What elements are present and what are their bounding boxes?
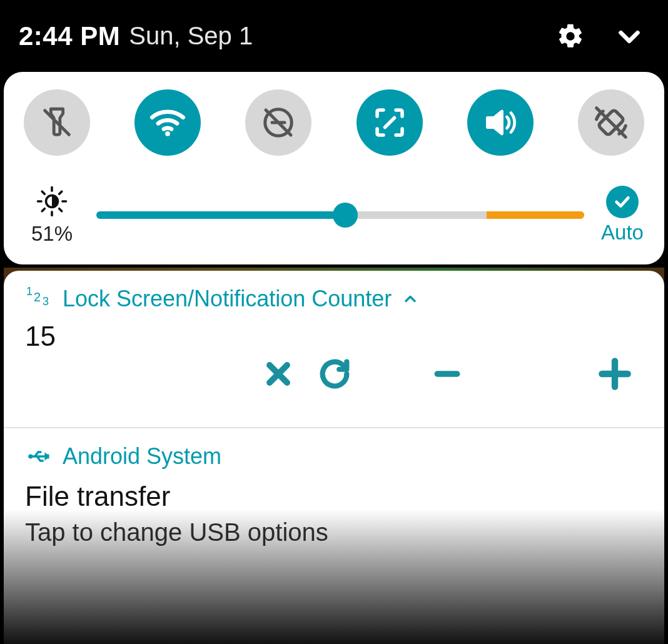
chevron-down-icon bbox=[615, 22, 644, 51]
checkmark-icon bbox=[606, 186, 639, 218]
brightness-icon bbox=[35, 184, 69, 218]
autorotate-off-icon bbox=[592, 103, 630, 142]
counter-plus-button[interactable] bbox=[587, 346, 643, 402]
quick-settings-row bbox=[24, 89, 644, 156]
notification-subtitle: Tap to change USB options bbox=[25, 518, 643, 546]
svg-point-1 bbox=[165, 131, 170, 136]
brightness-indicator: 51% bbox=[24, 184, 80, 246]
status-bar: 2:44 PM Sun, Sep 1 bbox=[0, 0, 668, 72]
qs-tile-wifi[interactable] bbox=[134, 89, 201, 156]
svg-line-0 bbox=[45, 111, 69, 135]
brightness-row: 51% Auto bbox=[24, 184, 644, 246]
status-time: 2:44 PM bbox=[19, 21, 120, 51]
notification-android-system[interactable]: Android System File transfer Tap to chan… bbox=[4, 428, 664, 644]
counter-app-icon: 1 2 3 bbox=[25, 286, 53, 311]
svg-line-15 bbox=[59, 191, 62, 194]
notification-counter-card[interactable]: 1 2 3 Lock Screen/Notification Counter 1… bbox=[4, 271, 664, 427]
minus-icon bbox=[430, 357, 464, 391]
auto-brightness-toggle[interactable]: Auto bbox=[600, 186, 644, 244]
qs-tile-flashlight[interactable] bbox=[24, 89, 90, 156]
qs-tile-sound[interactable] bbox=[467, 89, 534, 156]
brightness-slider[interactable] bbox=[96, 211, 584, 219]
notification-app-name: Android System bbox=[63, 443, 221, 470]
wifi-icon bbox=[147, 102, 188, 143]
qs-tile-dnd[interactable] bbox=[245, 89, 311, 156]
svg-line-13 bbox=[59, 209, 62, 211]
svg-marker-23 bbox=[45, 452, 49, 461]
settings-button[interactable] bbox=[550, 16, 590, 56]
notification-title: File transfer bbox=[25, 481, 643, 512]
notification-header[interactable]: 1 2 3 Lock Screen/Notification Counter bbox=[25, 286, 643, 312]
counter-reset-button[interactable] bbox=[306, 346, 363, 402]
reset-icon bbox=[316, 356, 353, 392]
qs-tile-screenshot[interactable] bbox=[357, 89, 423, 156]
notification-app-name: Lock Screen/Notification Counter bbox=[63, 286, 392, 312]
gear-icon bbox=[556, 22, 585, 51]
counter-actions bbox=[25, 346, 643, 402]
brightness-percent: 51% bbox=[31, 222, 73, 246]
sound-icon bbox=[481, 103, 520, 142]
plus-icon bbox=[595, 355, 634, 393]
notification-header[interactable]: Android System bbox=[25, 443, 643, 470]
status-date: Sun, Sep 1 bbox=[129, 22, 253, 50]
svg-line-12 bbox=[42, 191, 44, 194]
counter-minus-button[interactable] bbox=[419, 346, 475, 402]
dnd-off-icon bbox=[260, 104, 297, 141]
close-icon bbox=[261, 356, 296, 391]
brightness-slider-thumb[interactable] bbox=[333, 203, 358, 228]
chevron-up-icon bbox=[402, 290, 419, 308]
auto-brightness-label: Auto bbox=[601, 221, 644, 244]
brightness-slider-warn bbox=[487, 211, 584, 219]
svg-line-14 bbox=[42, 209, 44, 211]
quick-settings-panel: 51% Auto bbox=[4, 72, 664, 264]
screenshot-icon bbox=[371, 104, 408, 141]
qs-tile-autorotate[interactable] bbox=[578, 89, 644, 156]
expand-button[interactable] bbox=[609, 16, 649, 56]
flashlight-off-icon bbox=[39, 104, 75, 141]
counter-close-button[interactable] bbox=[250, 346, 306, 402]
usb-icon bbox=[25, 443, 51, 470]
brightness-slider-fill bbox=[96, 211, 345, 219]
